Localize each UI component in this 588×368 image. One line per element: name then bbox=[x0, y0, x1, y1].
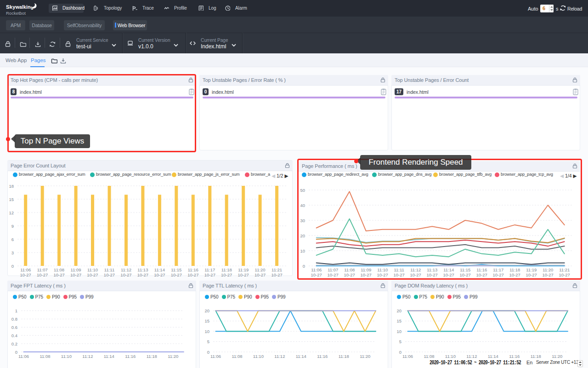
svg-text:10-27: 10-27 bbox=[254, 272, 266, 277]
svg-text:11:18: 11:18 bbox=[531, 354, 541, 359]
svg-text:20: 20 bbox=[204, 308, 209, 313]
svg-text:11:09: 11:09 bbox=[71, 267, 81, 272]
svg-text:11:20: 11:20 bbox=[360, 354, 370, 359]
svg-text:10-27: 10-27 bbox=[20, 272, 31, 277]
svg-text:11:16: 11:16 bbox=[188, 267, 198, 272]
svg-text:10-27: 10-27 bbox=[154, 272, 165, 277]
svg-text:10-27: 10-27 bbox=[37, 272, 48, 277]
svg-text:5: 5 bbox=[207, 339, 209, 344]
svg-text:20: 20 bbox=[396, 308, 401, 313]
svg-text:9: 9 bbox=[11, 224, 14, 229]
svg-text:11:08: 11:08 bbox=[232, 354, 242, 359]
svg-text:3: 3 bbox=[11, 250, 14, 255]
svg-text:11:20: 11:20 bbox=[255, 267, 266, 272]
svg-text:11:20: 11:20 bbox=[552, 354, 562, 359]
svg-text:11:08: 11:08 bbox=[40, 354, 50, 359]
svg-text:0.6: 0.6 bbox=[11, 325, 17, 330]
svg-text:10-27: 10-27 bbox=[204, 272, 215, 277]
svg-text:11:06: 11:06 bbox=[18, 354, 29, 359]
svg-text:11:14: 11:14 bbox=[488, 354, 498, 359]
svg-text:11:18: 11:18 bbox=[221, 267, 232, 272]
svg-text:11:12: 11:12 bbox=[121, 267, 131, 272]
svg-text:11:10: 11:10 bbox=[445, 354, 456, 359]
svg-text:0.4: 0.4 bbox=[11, 333, 17, 338]
svg-text:0.2: 0.2 bbox=[11, 341, 17, 346]
svg-text:12: 12 bbox=[9, 210, 14, 215]
svg-text:11:06: 11:06 bbox=[210, 354, 221, 359]
svg-text:0: 0 bbox=[11, 264, 14, 269]
svg-text:11:21: 11:21 bbox=[271, 267, 282, 272]
svg-text:11:07: 11:07 bbox=[37, 267, 48, 272]
svg-text:1: 1 bbox=[15, 308, 17, 313]
svg-text:0.8: 0.8 bbox=[11, 316, 17, 322]
svg-text:11:14: 11:14 bbox=[296, 354, 306, 359]
svg-text:10-27: 10-27 bbox=[137, 272, 148, 277]
svg-text:11:14: 11:14 bbox=[104, 354, 114, 359]
svg-text:10: 10 bbox=[204, 329, 209, 334]
svg-text:0: 0 bbox=[399, 350, 401, 355]
svg-text:5: 5 bbox=[399, 339, 401, 344]
svg-text:11:15: 11:15 bbox=[171, 267, 181, 272]
svg-text:11:16: 11:16 bbox=[317, 354, 328, 359]
svg-text:11:11: 11:11 bbox=[104, 267, 114, 272]
svg-text:10-27: 10-27 bbox=[70, 272, 81, 277]
svg-text:0: 0 bbox=[15, 350, 17, 355]
svg-text:11:06: 11:06 bbox=[402, 354, 413, 359]
svg-text:10-27: 10-27 bbox=[187, 272, 198, 277]
svg-text:18: 18 bbox=[9, 184, 14, 189]
svg-text:11:14: 11:14 bbox=[154, 267, 165, 272]
svg-text:11:18: 11:18 bbox=[339, 354, 349, 359]
svg-text:11:08: 11:08 bbox=[424, 354, 434, 359]
svg-text:11:13: 11:13 bbox=[137, 267, 148, 272]
svg-text:11:12: 11:12 bbox=[466, 354, 477, 359]
svg-text:6: 6 bbox=[11, 237, 14, 242]
svg-text:15: 15 bbox=[204, 318, 209, 323]
svg-text:11:20: 11:20 bbox=[168, 354, 178, 359]
svg-text:11:17: 11:17 bbox=[204, 267, 215, 272]
svg-text:10-27: 10-27 bbox=[221, 272, 232, 277]
svg-text:11:08: 11:08 bbox=[54, 267, 64, 272]
svg-text:11:06: 11:06 bbox=[20, 267, 31, 272]
svg-text:10-27: 10-27 bbox=[171, 272, 182, 277]
svg-text:10-27: 10-27 bbox=[53, 272, 64, 277]
svg-text:10-27: 10-27 bbox=[238, 272, 249, 277]
svg-text:11:19: 11:19 bbox=[238, 267, 249, 272]
svg-text:11:16: 11:16 bbox=[125, 354, 136, 359]
svg-text:11:12: 11:12 bbox=[274, 354, 285, 359]
svg-text:10-27: 10-27 bbox=[87, 272, 98, 277]
svg-text:15: 15 bbox=[9, 197, 14, 202]
svg-text:11:10: 11:10 bbox=[61, 354, 72, 359]
svg-text:11:12: 11:12 bbox=[82, 354, 93, 359]
svg-text:0: 0 bbox=[207, 350, 209, 355]
svg-text:10-27: 10-27 bbox=[104, 272, 115, 277]
svg-text:10-27: 10-27 bbox=[271, 272, 282, 277]
svg-text:10: 10 bbox=[396, 329, 401, 334]
svg-text:11:10: 11:10 bbox=[87, 267, 98, 272]
svg-text:11:18: 11:18 bbox=[147, 354, 157, 359]
svg-text:11:16: 11:16 bbox=[509, 354, 520, 359]
svg-text:11:10: 11:10 bbox=[253, 354, 264, 359]
svg-text:10-27: 10-27 bbox=[120, 272, 131, 277]
svg-text:15: 15 bbox=[396, 318, 401, 323]
